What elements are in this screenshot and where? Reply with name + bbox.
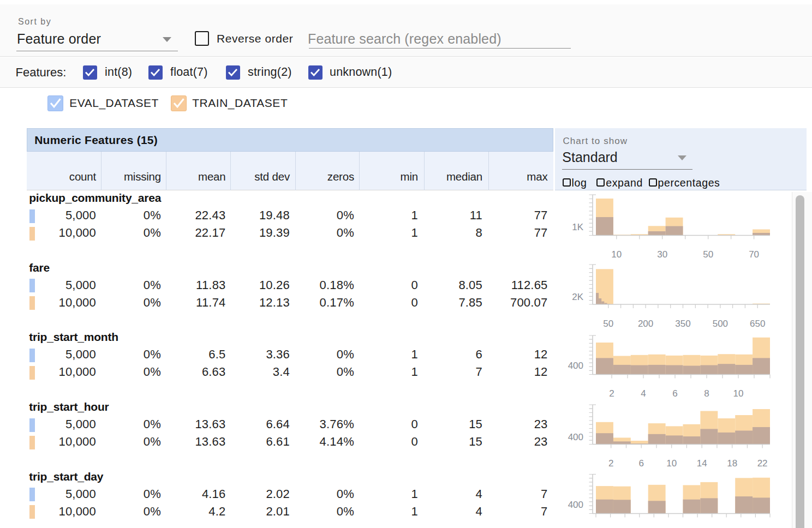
svg-text:8: 8	[704, 388, 709, 399]
svg-text:50: 50	[703, 249, 713, 260]
svg-text:350: 350	[675, 319, 690, 329]
svg-text:500: 500	[713, 319, 728, 329]
svg-text:14: 14	[697, 458, 707, 469]
svg-text:70: 70	[749, 249, 759, 260]
svg-text:6: 6	[672, 388, 677, 399]
svg-text:30: 30	[657, 249, 667, 260]
svg-text:22: 22	[757, 458, 768, 469]
svg-text:2: 2	[608, 458, 613, 469]
svg-text:2K: 2K	[572, 292, 583, 302]
svg-text:650: 650	[750, 319, 765, 329]
svg-text:1K: 1K	[572, 222, 583, 232]
svg-text:400: 400	[568, 500, 583, 510]
svg-text:400: 400	[568, 361, 583, 371]
svg-text:10: 10	[666, 458, 677, 469]
svg-text:50: 50	[603, 319, 613, 329]
svg-text:10: 10	[611, 249, 622, 260]
svg-text:18: 18	[727, 458, 737, 469]
svg-text:10: 10	[733, 388, 744, 399]
svg-text:2: 2	[609, 388, 614, 399]
svg-text:200: 200	[638, 319, 653, 329]
svg-text:400: 400	[568, 432, 583, 442]
svg-text:6: 6	[638, 458, 643, 469]
svg-text:4: 4	[641, 388, 646, 399]
